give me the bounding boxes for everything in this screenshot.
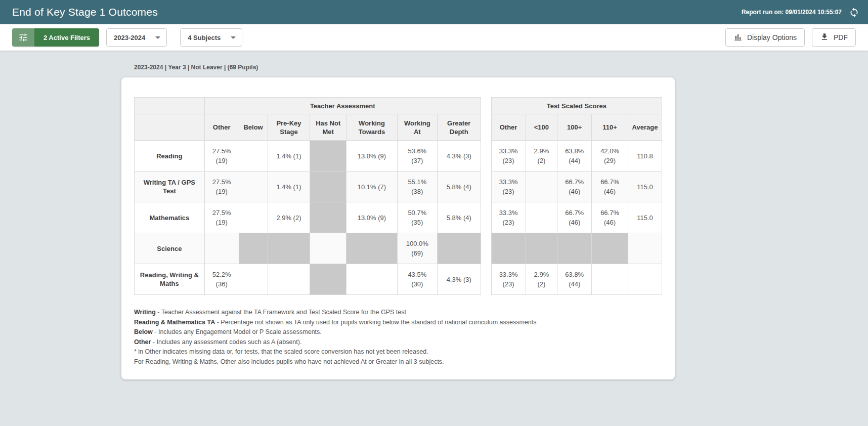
teacher-assessment-group-header: Teacher Assessment: [204, 98, 481, 114]
table-row: 33.3% (23)66.7% (46)66.7% (46)115.0: [491, 172, 662, 202]
tss-cell: [526, 172, 557, 202]
ta-cell: 52.2% (36): [204, 264, 239, 295]
tss-cell: 33.3% (23): [491, 202, 526, 233]
tss-cell-disabled: [592, 233, 628, 264]
ta-cell: 4.3% (3): [437, 264, 481, 295]
ta-cell-disabled: [437, 233, 481, 264]
ta-cell: 100.0% (69): [397, 233, 437, 264]
column-header: Average: [628, 114, 662, 141]
tss-cell-disabled: [557, 233, 592, 264]
subjects-dropdown[interactable]: 4 Subjects: [180, 28, 242, 47]
tss-cell: 115.0: [628, 172, 662, 202]
year-dropdown-value: 2023-2024: [114, 34, 145, 41]
ta-cell: 50.7% (35): [397, 202, 437, 233]
ta-cell: 5.8% (4): [437, 202, 481, 233]
column-header: Pre-Key Stage: [268, 114, 310, 141]
ta-cell: 10.1% (7): [346, 172, 398, 202]
ta-cell: [239, 141, 268, 172]
report-run-timestamp: Report run on: 09/01/2024 10:55:07: [742, 9, 842, 16]
footnote-line: Below - Includes any Engagement Model or…: [134, 327, 662, 337]
footnote-line: Reading & Mathematics TA - Percentage no…: [134, 318, 662, 328]
ta-cell: 53.6% (37): [397, 141, 437, 172]
table-row: Writing TA / GPS Test27.5% (19)1.4% (1)1…: [135, 172, 481, 202]
tss-cell: 115.0: [628, 202, 662, 233]
tss-cell: 33.3% (23): [491, 264, 526, 295]
pdf-label: PDF: [834, 33, 848, 41]
active-filters-button[interactable]: 2 Active Filters: [12, 28, 99, 47]
teacher-assessment-table: Teacher AssessmentOtherBelowPre-Key Stag…: [134, 97, 481, 295]
table-row: Science100.0% (69): [135, 233, 481, 264]
table-row: 33.3% (23)2.9% (2)63.8% (44): [491, 264, 662, 295]
ta-cell: [310, 233, 346, 264]
ta-cell: 27.5% (19): [204, 141, 239, 172]
ta-cell-disabled: [310, 172, 346, 202]
tss-cell: 42.0% (29): [592, 141, 628, 172]
footnote-line: * in Other indicates missing data or, fo…: [134, 347, 662, 357]
ta-cell: [239, 172, 268, 202]
download-icon: [820, 32, 829, 43]
ta-cell: [204, 233, 239, 264]
ta-cell: 27.5% (19): [204, 172, 239, 202]
table-row: Reading27.5% (19)1.4% (1)13.0% (9)53.6% …: [135, 141, 481, 172]
ta-cell: [268, 264, 310, 295]
ta-cell: 2.9% (2): [268, 202, 310, 233]
column-header: Below: [239, 114, 268, 141]
bar-chart-icon: [733, 32, 743, 43]
ta-cell-disabled: [268, 233, 310, 264]
tss-cell: 66.7% (46): [557, 202, 592, 233]
table-row: Mathematics27.5% (19)2.9% (2)13.0% (9)50…: [135, 202, 481, 233]
display-options-button[interactable]: Display Options: [725, 28, 805, 47]
tss-cell: 63.8% (44): [557, 264, 592, 295]
row-label: Mathematics: [135, 202, 205, 233]
footnote-line: Writing - Teacher Assessment against the…: [134, 308, 662, 318]
ta-cell: 13.0% (9): [346, 202, 398, 233]
ta-cell: 5.8% (4): [437, 172, 481, 202]
column-header: 110+: [592, 114, 628, 141]
column-header: <100: [526, 114, 557, 141]
corner-cell: [135, 98, 205, 114]
column-header: Has Not Met: [310, 114, 346, 141]
year-dropdown[interactable]: 2023-2024: [106, 28, 167, 47]
row-label: Science: [135, 233, 205, 264]
refresh-icon[interactable]: [848, 6, 860, 18]
table-row: 33.3% (23)2.9% (2)63.8% (44)42.0% (29)11…: [491, 141, 662, 172]
corner-cell: [135, 114, 205, 141]
ta-cell: 13.0% (9): [346, 141, 398, 172]
header-right: Report run on: 09/01/2024 10:55:07: [742, 6, 860, 18]
column-header: Greater Depth: [437, 114, 481, 141]
test-scaled-scores-table: Test Scaled ScoresOther<100100+110+Avera…: [491, 97, 662, 295]
ta-cell-disabled: [310, 264, 346, 295]
filter-sliders-icon: [12, 28, 34, 47]
active-filters-label: 2 Active Filters: [34, 28, 99, 47]
pdf-button[interactable]: PDF: [812, 28, 856, 47]
column-header: 100+: [557, 114, 592, 141]
content: 2023-2024 | Year 3 | Not Leaver | (69 Pu…: [0, 64, 868, 379]
test-scaled-scores-group-header: Test Scaled Scores: [491, 98, 662, 114]
tss-cell: 63.8% (44): [557, 141, 592, 172]
column-header: Other: [491, 114, 526, 141]
tss-cell: 33.3% (23): [491, 172, 526, 202]
ta-cell-disabled: [239, 233, 268, 264]
tss-cell: 2.9% (2): [526, 141, 557, 172]
tss-cell: 33.3% (23): [491, 141, 526, 172]
display-options-label: Display Options: [747, 33, 797, 41]
footnote-line: Other - Includes any assessment codes su…: [134, 337, 662, 348]
ta-cell: 4.3% (3): [437, 141, 481, 172]
column-header: Working Towards: [346, 114, 398, 141]
ta-cell-disabled: [310, 202, 346, 233]
tss-cell-disabled: [526, 233, 557, 264]
ta-cell: 55.1% (38): [397, 172, 437, 202]
tss-cell: 66.7% (46): [592, 172, 628, 202]
toolbar-right: Display Options PDF: [725, 28, 856, 47]
ta-cell: [239, 264, 268, 295]
table-row: 33.3% (23)66.7% (46)66.7% (46)115.0: [491, 202, 662, 233]
chevron-down-icon: [231, 36, 236, 39]
tss-cell: [628, 264, 662, 295]
toolbar: 2 Active Filters 2023-2024 4 Subjects Di…: [0, 24, 868, 51]
ta-cell: 1.4% (1): [268, 172, 310, 202]
tss-cell: [592, 264, 628, 295]
row-label: Reading: [135, 141, 205, 172]
row-label: Writing TA / GPS Test: [135, 172, 205, 202]
footnote-line: For Reading, Writing & Maths, Other also…: [134, 357, 662, 367]
table-row: [491, 233, 662, 264]
